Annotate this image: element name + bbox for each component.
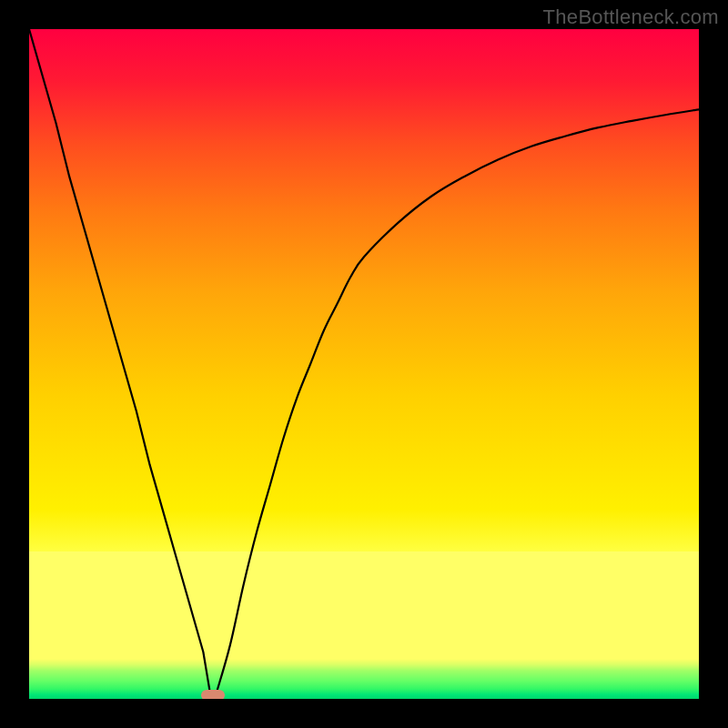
plot-area <box>29 29 699 699</box>
optimum-marker <box>201 690 225 699</box>
watermark-text: TheBottleneck.com <box>543 5 719 29</box>
bottleneck-curve <box>29 29 699 699</box>
chart-frame: TheBottleneck.com <box>0 0 728 728</box>
